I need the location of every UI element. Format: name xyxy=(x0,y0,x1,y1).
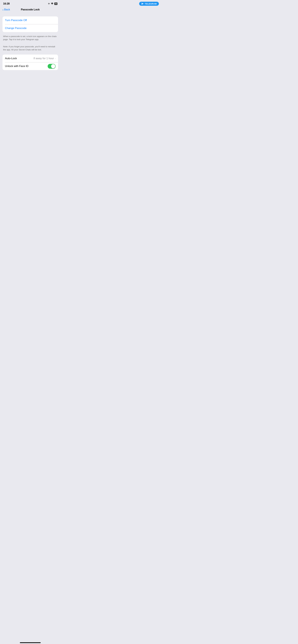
wifi-icon xyxy=(51,2,53,5)
status-time: 16:28 xyxy=(3,2,10,5)
turn-passcode-off-label: Turn Passcode Off xyxy=(5,19,27,22)
settings-card: Auto-Lock If away for 1 hour › Unlock wi… xyxy=(3,54,58,70)
battery-icon: 70 xyxy=(54,2,57,5)
battery-level: 70 xyxy=(55,3,57,5)
change-passcode-item[interactable]: Change Passcode xyxy=(3,24,58,32)
content-area: Turn Passcode Off Change Passcode When a… xyxy=(0,13,61,73)
svg-point-0 xyxy=(52,4,52,4)
info-text-2: Note: if you forget your passcode, you'l… xyxy=(3,44,58,53)
status-icons: ✈ 70 xyxy=(48,2,57,5)
auto-lock-value-container: If away for 1 hour › xyxy=(34,57,56,60)
turn-passcode-off-item[interactable]: Turn Passcode Off xyxy=(3,16,58,24)
navigation-bar: ‹ Back Passcode Lock xyxy=(0,6,61,13)
change-passcode-label: Change Passcode xyxy=(5,27,27,30)
auto-lock-item[interactable]: Auto-Lock If away for 1 hour › xyxy=(3,54,58,62)
chevron-right-icon: › xyxy=(55,57,56,60)
face-id-item: Unlock with Face ID xyxy=(3,62,58,70)
airplane-icon: ✈ xyxy=(48,2,50,5)
auto-lock-label: Auto-Lock xyxy=(5,57,17,60)
back-label: Back xyxy=(4,8,10,11)
back-button[interactable]: ‹ Back xyxy=(3,8,10,11)
face-id-toggle[interactable] xyxy=(48,64,56,69)
back-chevron-icon: ‹ xyxy=(3,8,4,11)
passcode-actions-card: Turn Passcode Off Change Passcode xyxy=(3,16,58,32)
info-text-1: When a passcode is set, a lock icon appe… xyxy=(3,33,58,43)
auto-lock-value: If away for 1 hour xyxy=(34,57,54,60)
toggle-thumb xyxy=(51,64,55,68)
page-title: Passcode Lock xyxy=(21,8,40,11)
face-id-label: Unlock with Face ID xyxy=(5,65,28,68)
status-bar: 16:28 TELEGRAM ✈ xyxy=(0,0,61,6)
